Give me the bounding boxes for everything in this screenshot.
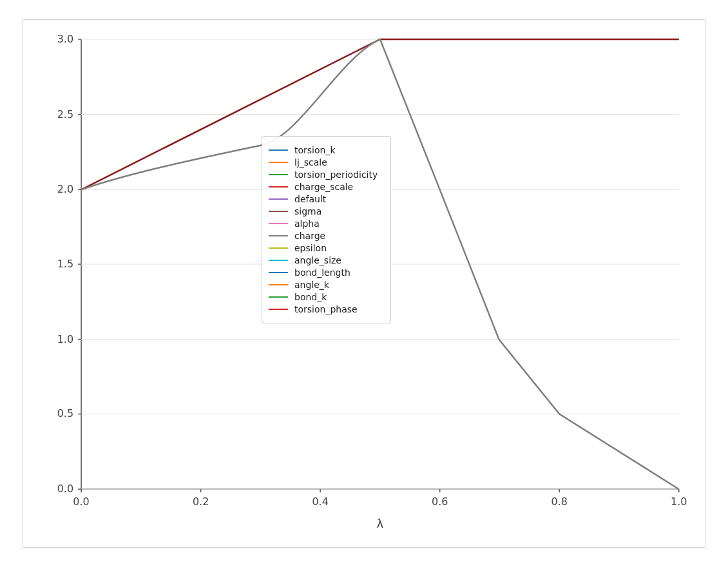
y-tick-30: 3.0 <box>57 33 73 45</box>
legend-line-sigma <box>269 211 288 212</box>
legend-line-torsion-k <box>269 149 288 151</box>
y-tick-05: 0.5 <box>57 407 73 419</box>
legend-line-bond-k <box>269 296 288 298</box>
legend-line-charge-scale <box>269 186 288 187</box>
legend-line-torsion-periodicity <box>269 174 288 175</box>
legend-label-epsilon: epsilon <box>294 243 327 253</box>
legend-line-bond-length <box>269 272 288 273</box>
legend-item-charge: charge <box>269 231 378 241</box>
legend-line-lj-scale <box>269 162 288 163</box>
y-tick-25: 2.5 <box>57 108 73 120</box>
legend-line-torsion-phase <box>269 309 288 310</box>
legend-label-torsion-k: torsion_k <box>294 145 336 155</box>
legend-line-epsilon <box>269 247 288 249</box>
x-tick-06: 0.6 <box>432 495 448 508</box>
legend-label-bond-length: bond_length <box>294 267 350 278</box>
legend-item-lj-scale: lj_scale <box>269 157 378 168</box>
legend-item-sigma: sigma <box>269 206 378 216</box>
legend-item-default: default <box>269 194 378 204</box>
legend-line-charge <box>269 235 288 236</box>
legend-label-torsion-periodicity: torsion_periodicity <box>294 169 378 180</box>
x-tick-10: 1.0 <box>671 495 687 508</box>
y-tick-10: 1.0 <box>57 333 73 345</box>
chart-container: 0.0 0.5 1.0 1.5 2.0 2.5 3.0 0.0 0.2 0.4 … <box>23 19 705 548</box>
x-tick-00: 0.0 <box>73 495 89 508</box>
legend-line-angle-size <box>269 260 288 261</box>
legend-item-torsion-phase: torsion_phase <box>269 304 378 314</box>
y-tick-15: 1.5 <box>57 258 73 270</box>
x-label: λ <box>377 517 384 530</box>
legend-line-alpha <box>269 223 288 224</box>
x-tick-08: 0.8 <box>551 495 568 508</box>
y-tick-20: 2.0 <box>57 183 73 195</box>
legend-item-charge-scale: charge_scale <box>269 182 378 192</box>
legend-item-torsion-periodicity: torsion_periodicity <box>269 169 378 180</box>
x-tick-02: 0.2 <box>193 495 209 508</box>
legend-label-bond-k: bond_k <box>294 292 327 302</box>
legend-item-torsion-k: torsion_k <box>269 145 378 155</box>
y-tick-0: 0.0 <box>57 483 73 495</box>
legend-line-angle-k <box>269 284 288 285</box>
legend-box: torsion_k lj_scale torsion_periodicity c… <box>262 136 391 323</box>
legend-item-angle-k: angle_k <box>269 280 378 290</box>
legend-label-angle-size: angle_size <box>294 255 341 265</box>
legend-label-angle-k: angle_k <box>294 280 329 290</box>
legend-label-alpha: alpha <box>294 218 320 229</box>
legend-item-epsilon: epsilon <box>269 243 378 253</box>
legend-label-charge: charge <box>294 231 325 241</box>
legend-label-sigma: sigma <box>294 206 321 216</box>
legend-label-default: default <box>294 194 326 204</box>
x-tick-04: 0.4 <box>312 495 328 508</box>
legend-label-charge-scale: charge_scale <box>294 182 353 192</box>
legend-item-bond-length: bond_length <box>269 267 378 278</box>
legend-label-lj-scale: lj_scale <box>294 157 327 168</box>
legend-item-angle-size: angle_size <box>269 255 378 265</box>
legend-label-torsion-phase: torsion_phase <box>294 304 358 314</box>
legend-line-default <box>269 198 288 200</box>
legend-item-bond-k: bond_k <box>269 292 378 302</box>
legend-item-alpha: alpha <box>269 218 378 229</box>
